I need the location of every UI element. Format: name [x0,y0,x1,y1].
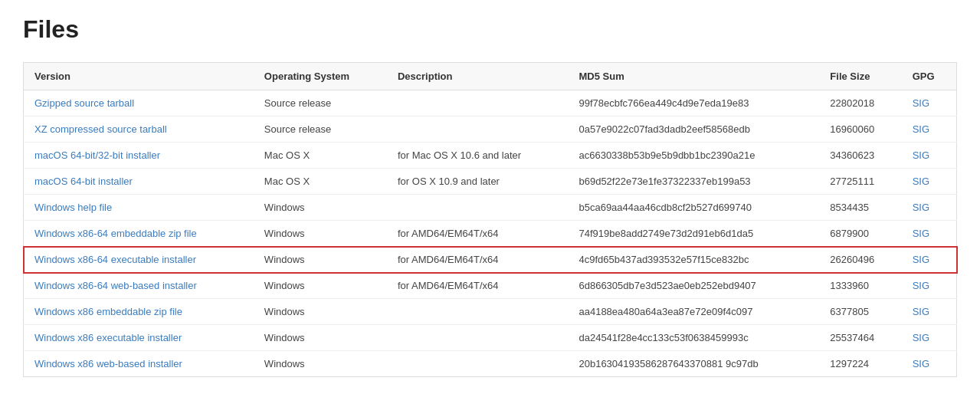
gpg-cell[interactable]: SIG [902,169,957,195]
filesize-cell: 1333960 [819,273,901,299]
filesize-cell: 22802018 [819,90,901,117]
table-row: Windows x86 embeddable zip fileWindowsaa… [24,299,957,325]
sig-link[interactable]: SIG [913,202,929,213]
description-cell: for AMD64/EM64T/x64 [387,221,568,247]
filesize-cell: 6879900 [819,221,901,247]
filesize-cell: 26260496 [819,247,901,273]
version-link[interactable]: Windows x86 embeddable zip file [34,306,182,317]
gpg-cell[interactable]: SIG [902,143,957,169]
sig-link[interactable]: SIG [913,254,929,265]
os-cell: Mac OS X [254,143,387,169]
sig-link[interactable]: SIG [913,332,929,343]
version-cell[interactable]: Windows x86-64 embeddable zip file [24,221,254,247]
filesize-cell: 25537464 [819,325,901,351]
version-link[interactable]: Windows help file [34,202,112,213]
description-cell [387,195,568,221]
column-header-file-size: File Size [819,63,901,90]
version-cell[interactable]: Windows x86 executable installer [24,325,254,351]
table-row: Windows x86-64 embeddable zip fileWindow… [24,221,957,247]
table-row: XZ compressed source tarballSource relea… [24,117,957,143]
column-header-description: Description [387,63,568,90]
filesize-cell: 27725111 [819,169,901,195]
version-cell[interactable]: XZ compressed source tarball [24,117,254,143]
md5-cell: ac6630338b53b9e5b9dbb1bc2390a21e [568,143,819,169]
gpg-cell[interactable]: SIG [902,90,957,117]
md5-cell: 6d866305db7e3d523ae0eb252ebd9407 [568,273,819,299]
filesize-cell: 34360623 [819,143,901,169]
version-cell[interactable]: Windows x86 web-based installer [24,351,254,377]
gpg-cell[interactable]: SIG [902,325,957,351]
version-link[interactable]: Windows x86 web-based installer [34,358,182,369]
column-header-version: Version [24,63,254,90]
description-cell: for OS X 10.9 and later [387,169,568,195]
sig-link[interactable]: SIG [913,149,929,161]
description-cell [387,325,568,351]
md5-cell: b69d52f22e73e1fe37322337eb199a53 [568,169,819,195]
md5-cell: b5ca69aa44aa46cdb8cf2b527d699740 [568,195,819,221]
os-cell: Windows [254,325,387,351]
sig-link[interactable]: SIG [913,306,929,317]
description-cell: for AMD64/EM64T/x64 [387,273,568,299]
page-title: Files [23,15,957,44]
description-cell [387,117,568,143]
description-cell [387,351,568,377]
sig-link[interactable]: SIG [913,358,929,369]
version-cell[interactable]: Windows x86 embeddable zip file [24,299,254,325]
gpg-cell[interactable]: SIG [902,221,957,247]
version-cell[interactable]: Windows x86-64 web-based installer [24,273,254,299]
description-cell [387,299,568,325]
version-link[interactable]: Windows x86-64 embeddable zip file [34,228,197,239]
version-cell[interactable]: Windows x86-64 executable installer [24,247,254,273]
sig-link[interactable]: SIG [913,176,929,187]
md5-cell: aa4188ea480a64a3ea87e72e09f4c097 [568,299,819,325]
os-cell: Windows [254,299,387,325]
gpg-cell[interactable]: SIG [902,117,957,143]
version-link[interactable]: Windows x86 executable installer [34,332,182,343]
os-cell: Source release [254,117,387,143]
gpg-cell[interactable]: SIG [902,351,957,377]
os-cell: Windows [254,351,387,377]
filesize-cell: 1297224 [819,351,901,377]
version-link[interactable]: macOS 64-bit installer [34,176,133,187]
gpg-cell[interactable]: SIG [902,273,957,299]
sig-link[interactable]: SIG [913,228,929,239]
version-cell[interactable]: Windows help file [24,195,254,221]
filesize-cell: 16960060 [819,117,901,143]
version-cell[interactable]: macOS 64-bit installer [24,169,254,195]
version-link[interactable]: Gzipped source tarball [34,97,134,109]
column-header-md5-sum: MD5 Sum [568,63,819,90]
gpg-cell[interactable]: SIG [902,247,957,273]
gpg-cell[interactable]: SIG [902,195,957,221]
version-link[interactable]: XZ compressed source tarball [34,123,167,135]
table-header-row: VersionOperating SystemDescriptionMD5 Su… [24,63,957,90]
os-cell: Mac OS X [254,169,387,195]
table-row: Gzipped source tarballSource release99f7… [24,90,957,117]
md5-cell: 20b16304193586287643370881 9c97db [568,351,819,377]
version-cell[interactable]: Gzipped source tarball [24,90,254,117]
sig-link[interactable]: SIG [913,97,929,109]
sig-link[interactable]: SIG [913,280,929,291]
table-row: Windows x86-64 web-based installerWindow… [24,273,957,299]
table-row: Windows x86 web-based installerWindows20… [24,351,957,377]
table-row: Windows x86-64 executable installerWindo… [24,247,957,273]
files-table: VersionOperating SystemDescriptionMD5 Su… [23,62,957,377]
os-cell: Windows [254,195,387,221]
table-row: macOS 64-bit installerMac OS Xfor OS X 1… [24,169,957,195]
filesize-cell: 8534435 [819,195,901,221]
version-link[interactable]: macOS 64-bit/32-bit installer [34,149,160,161]
os-cell: Windows [254,247,387,273]
os-cell: Windows [254,221,387,247]
md5-cell: 99f78ecbfc766ea449c4d9e7eda19e83 [568,90,819,117]
filesize-cell: 6377805 [819,299,901,325]
md5-cell: 4c9fd65b437ad393532e57f15ce832bc [568,247,819,273]
sig-link[interactable]: SIG [913,123,929,135]
gpg-cell[interactable]: SIG [902,299,957,325]
description-cell: for AMD64/EM64T/x64 [387,247,568,273]
version-cell[interactable]: macOS 64-bit/32-bit installer [24,143,254,169]
version-link[interactable]: Windows x86-64 executable installer [34,254,196,265]
column-header-gpg: GPG [902,63,957,90]
os-cell: Windows [254,273,387,299]
version-link[interactable]: Windows x86-64 web-based installer [34,280,197,291]
description-cell: for Mac OS X 10.6 and later [387,143,568,169]
description-cell [387,90,568,117]
